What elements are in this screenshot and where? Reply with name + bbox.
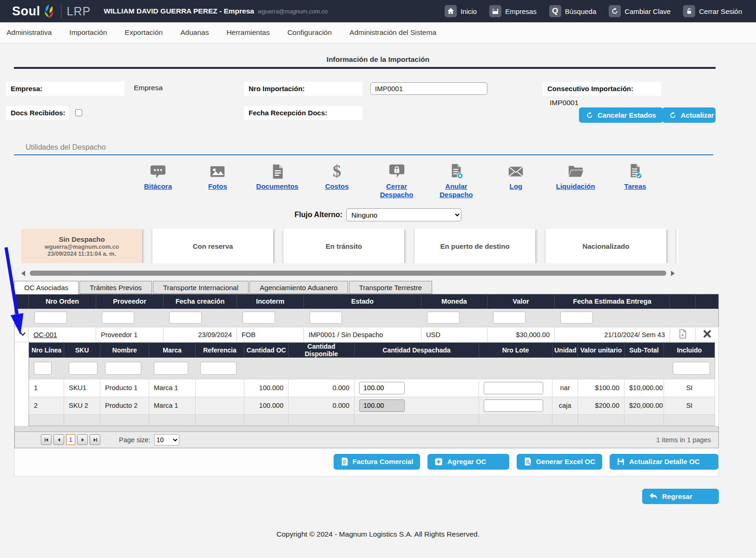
nav-busqueda[interactable]: Q Búsqueda — [549, 5, 597, 17]
menu-admin-sistema[interactable]: Administración del Sistema — [349, 28, 436, 37]
tab-transporte-internacional[interactable]: Transporte Internacional — [153, 281, 249, 294]
dfilter-incluido[interactable] — [673, 362, 710, 375]
dfilter-nro-linea[interactable] — [34, 362, 52, 375]
nav-busqueda-label: Búsqueda — [565, 7, 597, 15]
tab-transporte-terrestre[interactable]: Transporte Terrestre — [349, 281, 432, 294]
stage-sin-despacho[interactable]: Sin Despacho wguerra@magnum.com.co 23/09… — [21, 229, 142, 263]
documentos-link[interactable]: Documentos — [255, 163, 300, 199]
tab-tramites-previos[interactable]: Trámites Previos — [79, 281, 152, 294]
oc-001-link[interactable]: OC-001 — [33, 331, 57, 339]
filter-fecha-entrega[interactable] — [560, 312, 593, 324]
fotos-link[interactable]: Fotos — [195, 163, 240, 199]
bitacora-link[interactable]: Bitácora — [136, 163, 180, 199]
col-fecha-entrega[interactable]: Fecha Estimada Entrega — [555, 294, 670, 309]
filter-valor[interactable] — [493, 312, 526, 324]
dcol-nro-lote[interactable]: Nro Lote — [479, 343, 552, 358]
dcol-cantidad-disponible[interactable]: Cantidad Disponible — [289, 343, 355, 358]
dcol-unidad[interactable]: Unidad — [552, 343, 578, 358]
bitacora-label: Bitácora — [144, 182, 172, 191]
last-page-icon — [92, 437, 98, 443]
col-valor[interactable]: Valor — [487, 294, 555, 309]
dfilter-marca[interactable] — [154, 362, 188, 375]
menu-configuracion[interactable]: Configuración — [287, 28, 332, 37]
log-link[interactable]: Log — [493, 163, 538, 199]
menu-exportacion[interactable]: Exportación — [125, 28, 163, 37]
dcol-valor-unitario[interactable]: Valor unitario — [578, 343, 625, 358]
dcol-sku[interactable]: SKU — [64, 343, 100, 358]
expand-row-cell[interactable] — [15, 327, 29, 342]
col-incoterm[interactable]: Incoterm — [237, 294, 304, 309]
regresar-button[interactable]: Regresar — [642, 489, 719, 504]
col-estado[interactable]: Estado — [304, 294, 421, 309]
generar-excel-button[interactable]: Generar Excel OC — [517, 454, 602, 470]
page-size-select[interactable]: 10 — [154, 434, 179, 445]
cancelar-estados-button[interactable]: Cancelar Estados — [579, 107, 663, 123]
filter-fecha-creacion[interactable] — [169, 312, 202, 324]
liquidacion-link[interactable]: Liquidación — [553, 163, 598, 199]
actualizar-detalle-button[interactable]: Actualizar Detalle OC — [610, 454, 718, 470]
nro-lote-input-2[interactable] — [484, 399, 543, 412]
filter-incoterm[interactable] — [243, 312, 275, 324]
cantidad-despachada-input-1[interactable] — [359, 382, 405, 394]
tab-agenciamiento-aduanero[interactable]: Agenciamiento Aduanero — [250, 281, 348, 294]
menu-herramientas[interactable]: Herramientas — [226, 28, 270, 37]
prev-page-button[interactable] — [53, 434, 64, 445]
col-nro-orden[interactable]: Nro Orden — [29, 294, 96, 309]
dcol-referencia[interactable]: Referencia — [196, 343, 244, 358]
dcol-nombre[interactable]: Nombre — [100, 343, 149, 358]
costos-link[interactable]: $ Costos — [315, 163, 359, 199]
first-page-button[interactable] — [41, 434, 52, 445]
filter-moneda[interactable] — [427, 312, 460, 324]
dcol-cantidad-oc[interactable]: Cantidad OC — [244, 343, 289, 358]
col-fecha-creacion[interactable]: Fecha creación — [164, 294, 237, 309]
anular-despacho-link[interactable]: Anular Despacho — [434, 163, 479, 199]
col-proveedor[interactable]: Proveedor — [96, 294, 164, 309]
docs-recibidos-checkbox[interactable] — [75, 109, 82, 116]
stage-clipped[interactable] — [677, 229, 678, 263]
stage-con-reserva[interactable]: Con reserva — [152, 229, 273, 263]
costos-label: Costos — [325, 182, 349, 191]
dcol-subtotal[interactable]: Sub-Total — [625, 343, 664, 358]
tab-oc-asociadas[interactable]: OC Asociadas — [14, 281, 79, 294]
nro-lote-input-1[interactable] — [484, 382, 543, 394]
menu-administrativa[interactable]: Administrativa — [7, 28, 52, 37]
dfilter-sku[interactable] — [69, 362, 98, 375]
despacho-stages: Sin Despacho wguerra@magnum.com.co 23/09… — [21, 229, 678, 263]
flujo-alterno-select[interactable]: Ninguno — [346, 208, 461, 221]
scrollbar-thumb[interactable] — [30, 271, 666, 276]
filter-estado[interactable] — [309, 312, 342, 324]
dfilter-referencia[interactable] — [200, 362, 237, 375]
menu-aduanas[interactable]: Aduanas — [180, 28, 209, 37]
nav-empresas[interactable]: Empresas — [489, 5, 537, 17]
remove-oc-cell[interactable] — [696, 327, 719, 342]
scroll-left-arrow-icon[interactable] — [21, 271, 25, 276]
current-page-button[interactable]: 1 — [66, 434, 75, 445]
factura-comercial-button[interactable]: Factura Comercial — [334, 454, 421, 470]
nav-cerrar-sesion[interactable]: Cerrar Sesión — [683, 5, 742, 17]
stage-en-transito[interactable]: En tránsito — [283, 229, 404, 263]
next-page-button[interactable] — [77, 434, 88, 445]
stage-title: Nacionalizado — [583, 242, 630, 250]
agregar-oc-button[interactable]: Agregar OC — [427, 454, 509, 470]
dcol-incluido[interactable]: Incluido — [664, 343, 715, 358]
col-moneda[interactable]: Moneda — [421, 294, 487, 309]
nro-importacion-input[interactable] — [370, 82, 487, 95]
filter-nro-orden[interactable] — [34, 312, 67, 324]
menu-importacion[interactable]: Importación — [69, 28, 107, 37]
stage-en-puerto[interactable]: En puerto de destino — [414, 229, 535, 263]
last-page-button[interactable] — [90, 434, 100, 445]
dcol-cantidad-despachada[interactable]: Cantidad Despachada — [355, 343, 479, 358]
cerrar-despacho-link[interactable]: Cerrar Despacho — [375, 163, 419, 199]
nav-inicio[interactable]: Inicio — [445, 5, 477, 17]
dfilter-nombre[interactable] — [105, 362, 141, 375]
cantidad-despachada-input-2[interactable] — [359, 399, 405, 412]
scroll-right-arrow-icon[interactable] — [671, 271, 675, 276]
actualizar-button[interactable]: Actualizar — [662, 107, 716, 123]
stage-nacionalizado[interactable]: Nacionalizado — [546, 229, 666, 263]
dcol-nro-linea[interactable]: Nro Línea — [29, 343, 64, 358]
dcol-marca[interactable]: Marca — [149, 343, 196, 358]
tareas-link[interactable]: Tareas — [613, 163, 657, 199]
filter-proveedor[interactable] — [102, 312, 134, 324]
nav-cambiar-clave[interactable]: Cambiar Clave — [609, 5, 671, 17]
pdf-cell[interactable]: A — [670, 327, 696, 342]
